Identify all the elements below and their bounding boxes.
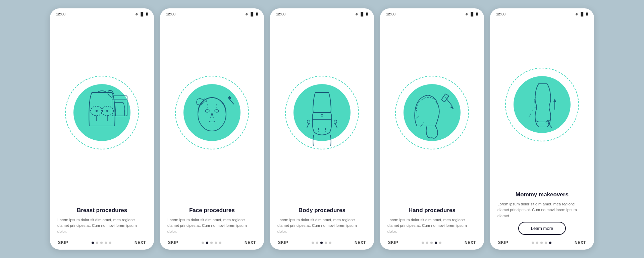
signal-icon-4: ▐▌ <box>469 12 475 16</box>
breast-illustration <box>68 79 136 146</box>
dot-3-2 <box>320 242 323 244</box>
title-3: Body procedures <box>277 207 367 214</box>
battery-icon-4: ▮ <box>476 12 478 16</box>
dots-5 <box>532 242 551 244</box>
skip-btn-2[interactable]: SKIP <box>168 240 178 245</box>
svg-point-20 <box>333 120 337 124</box>
illustration-area-1 <box>50 18 154 203</box>
wifi-icon-5: ⌾ <box>576 12 578 16</box>
hand-svg <box>398 79 466 146</box>
face-illustration <box>178 79 246 146</box>
next-btn-4[interactable]: NEXT <box>465 240 476 245</box>
signal-icon-1: ▐▌ <box>139 12 145 16</box>
svg-line-15 <box>318 128 319 134</box>
dot-5-4 <box>549 242 551 244</box>
desc-4: Lorem ipsum dolor sit dim amet, mea regi… <box>387 217 477 235</box>
skip-btn-4[interactable]: SKIP <box>388 240 398 245</box>
dot-4-1 <box>426 242 428 244</box>
time-4: 12:00 <box>386 12 395 16</box>
status-icons-4: ⌾ ▐▌ ▮ <box>466 12 478 16</box>
title-4: Hand procedures <box>387 207 477 214</box>
content-area-5: Mommy makeovers Lorem ipsum dolor sit di… <box>490 188 594 238</box>
svg-point-3 <box>106 110 108 112</box>
illustration-area-3 <box>270 18 374 203</box>
dot-1-0 <box>92 242 94 244</box>
svg-line-22 <box>415 116 419 119</box>
dot-3-1 <box>316 242 318 244</box>
dot-3-3 <box>325 242 327 244</box>
svg-line-32 <box>533 107 535 111</box>
bottom-nav-5: SKIP NEXT <box>490 238 594 250</box>
bottom-nav-2: SKIP NEXT <box>160 238 264 250</box>
dot-2-1 <box>206 242 208 244</box>
dots-2 <box>202 242 221 244</box>
battery-icon-2: ▮ <box>256 12 258 16</box>
battery-icon-1: ▮ <box>146 12 148 16</box>
svg-point-8 <box>198 98 226 131</box>
title-2: Face procedures <box>167 207 257 214</box>
bottom-nav-1: SKIP NEXT <box>50 238 154 250</box>
skip-btn-5[interactable]: SKIP <box>498 240 508 245</box>
screen-face: 12:00 ⌾ ▐▌ ▮ <box>160 8 264 250</box>
dot-1-2 <box>100 242 103 244</box>
signal-icon-5: ▐▌ <box>579 12 585 16</box>
dot-5-1 <box>536 242 538 244</box>
bottom-nav-4: SKIP NEXT <box>380 238 484 250</box>
status-bar-1: 12:00 ⌾ ▐▌ ▮ <box>50 8 154 18</box>
dots-1 <box>92 242 111 244</box>
screen-breast: 12:00 ⌾ ▐▌ ▮ <box>50 8 154 250</box>
time-3: 12:00 <box>276 12 285 16</box>
signal-icon-3: ▐▌ <box>359 12 365 16</box>
content-area-2: Face procedures Lorem ipsum dolor sit di… <box>160 203 264 238</box>
face-svg <box>178 79 246 146</box>
screen-hand: 12:00 ⌾ ▐▌ ▮ <box>380 8 484 250</box>
dot-2-3 <box>215 242 217 244</box>
illustration-area-2 <box>160 18 264 203</box>
learn-more-button[interactable]: Learn more <box>518 222 566 235</box>
dot-1-4 <box>109 242 111 244</box>
body-illustration <box>288 79 356 146</box>
time-5: 12:00 <box>496 12 505 16</box>
mommy-illustration <box>508 71 576 138</box>
battery-icon-3: ▮ <box>366 12 368 16</box>
time-2: 12:00 <box>166 12 175 16</box>
wifi-icon-2: ⌾ <box>246 12 248 16</box>
dot-2-2 <box>210 242 213 244</box>
svg-point-21 <box>321 114 323 116</box>
dot-2-4 <box>219 242 221 244</box>
svg-rect-6 <box>112 96 127 116</box>
next-btn-2[interactable]: NEXT <box>245 240 256 245</box>
breast-svg <box>68 79 136 146</box>
svg-point-18 <box>307 120 311 124</box>
desc-2: Lorem ipsum dolor sit dim amet, mea regi… <box>167 217 257 235</box>
svg-line-24 <box>445 98 452 106</box>
dots-3 <box>312 242 331 244</box>
dot-4-3 <box>435 242 437 244</box>
dot-3-4 <box>329 242 331 244</box>
dot-4-2 <box>430 242 433 244</box>
hand-illustration <box>398 79 466 146</box>
svg-line-29 <box>529 113 531 117</box>
body-svg <box>288 79 356 146</box>
skip-btn-3[interactable]: SKIP <box>278 240 288 245</box>
status-icons-3: ⌾ ▐▌ ▮ <box>356 12 368 16</box>
wifi-icon-4: ⌾ <box>466 12 468 16</box>
dot-4-0 <box>422 242 424 244</box>
dot-4-4 <box>439 242 441 244</box>
mommy-svg <box>508 71 576 138</box>
next-btn-1[interactable]: NEXT <box>135 240 146 245</box>
skip-btn-1[interactable]: SKIP <box>58 240 68 245</box>
content-area-1: Breast procedures Lorem ipsum dolor sit … <box>50 203 154 238</box>
illustration-area-5 <box>490 18 594 188</box>
svg-line-11 <box>228 98 234 104</box>
content-area-4: Hand procedures Lorem ipsum dolor sit di… <box>380 203 484 238</box>
dot-1-1 <box>96 242 98 244</box>
desc-3: Lorem ipsum dolor sit dim amet, mea regi… <box>277 217 367 235</box>
next-btn-3[interactable]: NEXT <box>355 240 366 245</box>
next-btn-5[interactable]: NEXT <box>575 240 586 245</box>
screens-container: 12:00 ⌾ ▐▌ ▮ <box>43 2 601 256</box>
status-icons-2: ⌾ ▐▌ ▮ <box>246 12 258 16</box>
status-bar-3: 12:00 ⌾ ▐▌ ▮ <box>270 8 374 18</box>
wifi-icon-1: ⌾ <box>136 12 138 16</box>
illustration-area-4 <box>380 18 484 203</box>
